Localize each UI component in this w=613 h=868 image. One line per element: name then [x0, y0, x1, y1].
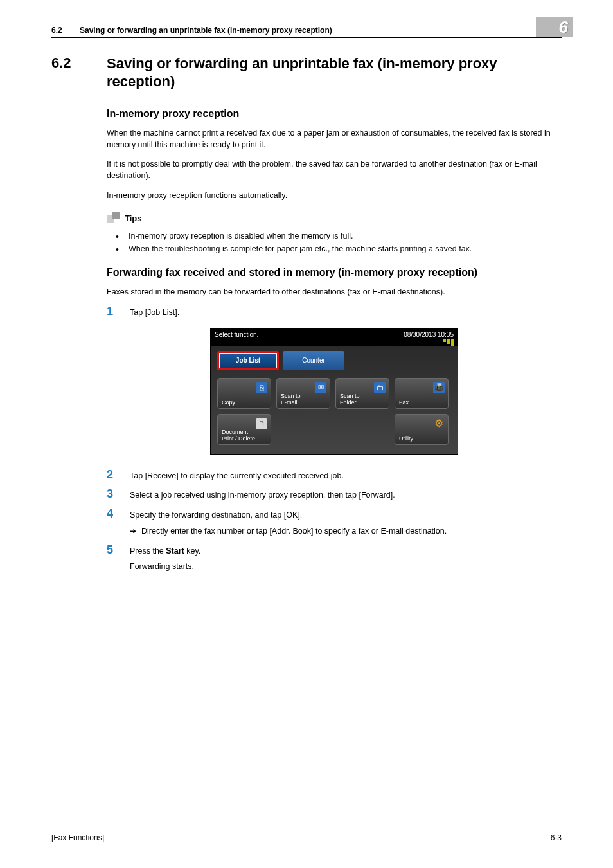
folder-icon: 🗀: [374, 382, 386, 393]
step-number: 5: [107, 544, 130, 574]
runhead-title: Saving or forwarding an unprintable fax …: [80, 26, 562, 35]
step-number: 2: [107, 469, 130, 482]
step-number: 3: [107, 488, 130, 502]
fax-button[interactable]: 📠Fax: [395, 378, 449, 409]
section-num: 6.2: [51, 55, 107, 90]
gear-icon: ⚙: [433, 418, 445, 429]
document-icon: 🗋: [256, 418, 267, 429]
paragraph: In-memory proxy reception functions auto…: [107, 190, 562, 201]
counter-tab[interactable]: Counter: [283, 351, 344, 370]
step-text: Tap [Receive] to display the currently e…: [130, 469, 562, 482]
step-tail: Forwarding starts.: [130, 561, 562, 573]
step-number: 4: [107, 508, 130, 538]
tips-icon: [107, 212, 121, 226]
screen-prompt: Select function.: [215, 331, 258, 338]
tips-item: In-memory proxy reception is disabled wh…: [107, 230, 562, 242]
subsection-heading-proxy: In-memory proxy reception: [107, 108, 562, 120]
chapter-badge: 6: [536, 17, 573, 37]
scan-to-email-button[interactable]: ✉Scan to E-mail: [276, 378, 330, 409]
screen-datetime: 08/30/2013 10:35: [404, 331, 454, 338]
section-heading: 6.2 Saving or forwarding an unprintable …: [51, 55, 562, 90]
paragraph: When the machine cannot print a received…: [107, 127, 562, 150]
step-text: Specify the forwarding destination, and …: [130, 508, 562, 538]
tips-label: Tips: [125, 213, 142, 223]
subsection-heading-forwarding: Forwarding fax received and stored in me…: [107, 267, 562, 278]
tips-item: When the troubleshooting is complete for…: [107, 242, 562, 255]
step-2: 2 Tap [Receive] to display the currently…: [107, 469, 562, 482]
scan-to-folder-button[interactable]: 🗀Scan to Folder: [335, 378, 389, 409]
page-footer: [Fax Functions] 6-3: [51, 829, 562, 842]
step-text: Tap [Job List].: [130, 305, 562, 319]
step-5: 5 Press the Start key. Forwarding starts…: [107, 544, 562, 574]
step-1: 1 Tap [Job List].: [107, 305, 562, 319]
email-icon: ✉: [315, 382, 326, 393]
running-header: 6.2 Saving or forwarding an unprintable …: [51, 26, 562, 38]
step-text: Press the Start key. Forwarding starts.: [130, 544, 562, 574]
footer-right: 6-3: [551, 833, 562, 842]
device-screenshot: Select function. 08/30/2013 10:35 Job Li…: [210, 328, 458, 455]
footer-left: [Fax Functions]: [51, 833, 104, 842]
copy-button[interactable]: ⎘Copy: [217, 378, 271, 409]
step-3: 3 Select a job received using in-memory …: [107, 488, 562, 502]
paragraph: Faxes stored in the memory can be forwar…: [107, 286, 562, 298]
step-subitem: Directly enter the fax number or tap [Ad…: [130, 525, 562, 538]
document-print-delete-button[interactable]: 🗋Document Print / Delete: [217, 414, 271, 445]
step-number: 1: [107, 305, 130, 319]
joblist-tab[interactable]: Job List: [217, 351, 279, 370]
runhead-section-num: 6.2: [51, 26, 80, 35]
signal-icon: [443, 339, 454, 346]
paragraph: If it is not possible to promptly deal w…: [107, 158, 562, 181]
utility-button[interactable]: ⚙Utility: [395, 414, 449, 445]
step-text: Select a job received using in-memory pr…: [130, 488, 562, 502]
section-title: Saving or forwarding an unprintable fax …: [107, 55, 562, 90]
copy-icon: ⎘: [256, 382, 267, 393]
tips-list: In-memory proxy reception is disabled wh…: [107, 230, 562, 255]
chapter-number: 6: [559, 17, 568, 37]
step-4: 4 Specify the forwarding destination, an…: [107, 508, 562, 538]
fax-icon: 📠: [433, 382, 445, 393]
tips-header: Tips: [107, 212, 562, 226]
